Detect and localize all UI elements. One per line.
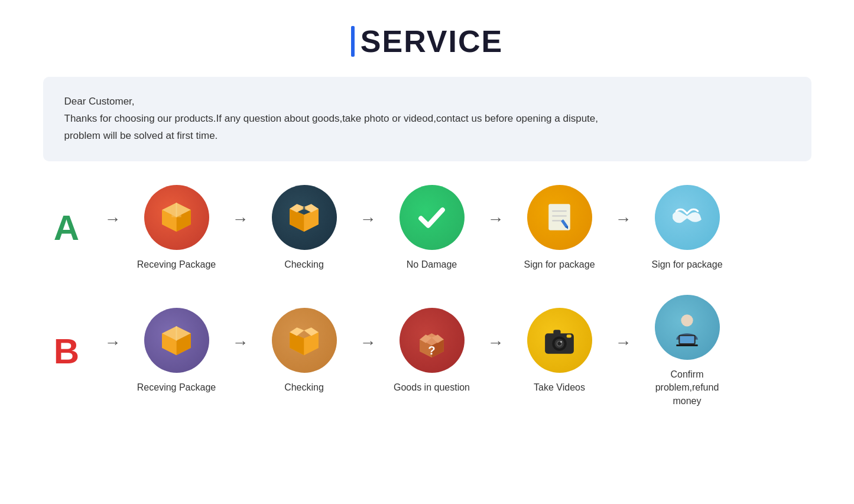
arrow-a4: → bbox=[615, 210, 632, 229]
box-svg-a bbox=[157, 198, 196, 236]
camera-svg bbox=[540, 321, 579, 360]
handshake-svg bbox=[668, 198, 706, 236]
confirm-icon bbox=[655, 295, 720, 360]
svg-rect-47 bbox=[680, 336, 694, 343]
arrow-b4: → bbox=[615, 333, 632, 352]
svg-point-42 bbox=[560, 341, 562, 343]
check-a-icon bbox=[272, 185, 337, 250]
arrow-a0: → bbox=[105, 210, 121, 229]
arrow-b3: → bbox=[488, 333, 504, 352]
handshake-icon bbox=[655, 185, 720, 250]
nodamage-icon bbox=[400, 185, 465, 250]
step-b-question-label: Goods in question bbox=[394, 381, 470, 394]
page-title-section: SERVICE bbox=[351, 24, 503, 59]
open-box-svg-b bbox=[285, 321, 323, 360]
notice-line3: problem will be solved at first time. bbox=[64, 128, 790, 145]
step-b-receive: Receving Package bbox=[129, 308, 224, 394]
step-b-receive-label: Receving Package bbox=[137, 381, 216, 394]
step-b-camera-label: Take Videos bbox=[534, 381, 585, 394]
step-a-nodamage-label: No Damage bbox=[407, 258, 457, 271]
notice-box: Dear Customer, Thanks for choosing our p… bbox=[43, 77, 811, 161]
box-svg-b bbox=[157, 321, 196, 360]
camera-icon bbox=[527, 308, 592, 373]
step-a-check: Checking bbox=[257, 185, 352, 271]
arrow-b0: → bbox=[105, 333, 121, 352]
arrow-b2: → bbox=[360, 333, 376, 352]
step-b-confirm-label: Confirm problem,refund money bbox=[640, 368, 735, 408]
step-a-receive: Receving Package bbox=[129, 185, 224, 271]
flow-section: A → Receving Package → bbox=[43, 185, 811, 420]
page-title: SERVICE bbox=[361, 24, 503, 59]
arrow-a3: → bbox=[488, 210, 504, 229]
notice-line2: Thanks for choosing our products.If any … bbox=[64, 110, 790, 128]
step-b-check-label: Checking bbox=[284, 381, 324, 394]
notice-line1: Dear Customer, bbox=[64, 93, 790, 110]
checkmark-svg bbox=[413, 198, 451, 236]
flow-row-a: A → Receving Package → bbox=[43, 185, 811, 271]
step-b-check: Checking bbox=[257, 308, 352, 394]
step-a-check-label: Checking bbox=[284, 258, 324, 271]
step-b-camera: Take Videos bbox=[512, 308, 607, 394]
open-box-svg-a bbox=[285, 198, 323, 236]
step-a-sign1: Sign for package bbox=[512, 185, 607, 271]
receive-package-a-icon bbox=[144, 185, 209, 250]
check-b-icon bbox=[272, 308, 337, 373]
sign-svg bbox=[540, 198, 579, 236]
question-svg: ? bbox=[413, 321, 451, 360]
svg-rect-43 bbox=[553, 330, 560, 334]
letter-b: B bbox=[43, 331, 90, 372]
title-accent-bar bbox=[351, 26, 355, 57]
step-a-sign1-label: Sign for package bbox=[524, 258, 595, 271]
step-a-sign2-label: Sign for package bbox=[651, 258, 722, 271]
sign-icon bbox=[527, 185, 592, 250]
flow-row-b: B → Receving Package → bbox=[43, 295, 811, 408]
arrow-a1: → bbox=[232, 210, 249, 229]
question-icon: ? bbox=[400, 308, 465, 373]
svg-point-45 bbox=[681, 314, 693, 326]
step-b-question: ? Goods in question bbox=[385, 308, 479, 394]
person-svg bbox=[668, 308, 706, 347]
svg-rect-48 bbox=[676, 344, 698, 346]
step-b-confirm: Confirm problem,refund money bbox=[640, 295, 735, 408]
receive-package-b-icon bbox=[144, 308, 209, 373]
step-a-receive-label: Receving Package bbox=[137, 258, 216, 271]
step-a-sign2: Sign for package bbox=[640, 185, 735, 271]
svg-text:?: ? bbox=[428, 344, 435, 357]
svg-rect-44 bbox=[567, 334, 572, 337]
arrow-b1: → bbox=[232, 333, 249, 352]
letter-a: A bbox=[43, 207, 90, 248]
arrow-a2: → bbox=[360, 210, 376, 229]
step-a-nodamage: No Damage bbox=[385, 185, 479, 271]
